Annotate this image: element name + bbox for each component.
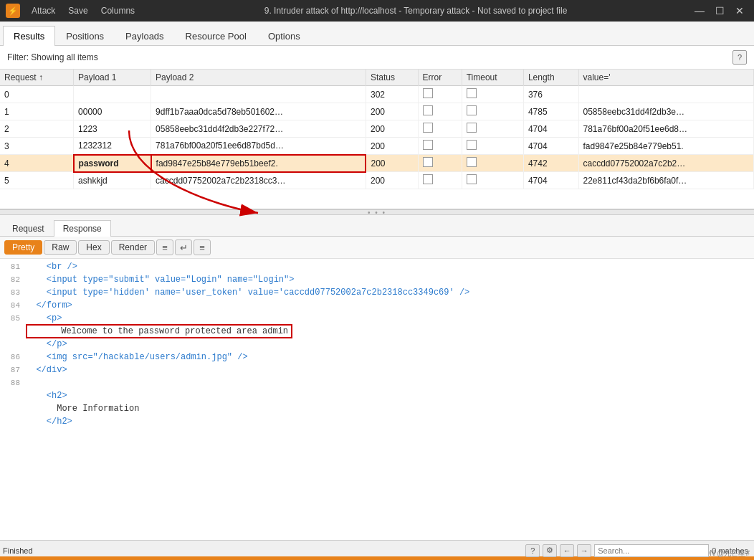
- view-tab-pretty[interactable]: Pretty: [4, 240, 42, 255]
- error-checkbox[interactable]: [423, 123, 433, 133]
- tab-results[interactable]: Results: [3, 26, 55, 46]
- app-logo: ⚡: [6, 4, 20, 18]
- col-length[interactable]: Length: [523, 70, 578, 86]
- help-button[interactable]: ?: [732, 50, 747, 65]
- tab-options[interactable]: Options: [257, 26, 311, 46]
- response-code-area[interactable]: 81 <br />82 <input type="submit" value="…: [0, 259, 754, 540]
- tab-resource-pool[interactable]: Resource Pool: [175, 26, 257, 46]
- results-table-container[interactable]: Request ↑ Payload 1 Payload 2 Status Err…: [0, 70, 754, 209]
- view-tab-raw[interactable]: Raw: [44, 240, 77, 255]
- code-line: 87 </div>: [0, 365, 754, 378]
- help-icon[interactable]: ?: [525, 544, 540, 557]
- window-controls: — ☐ ✕: [691, 4, 748, 18]
- minimize-button[interactable]: —: [691, 4, 708, 18]
- status-bar: Finished ? ⚙ ← → 0 matches CSDN @九芒星#: [0, 540, 754, 560]
- main-tab-bar: Results Positions Payloads Resource Pool…: [0, 22, 754, 46]
- filter-text: Filter: Showing all items: [7, 52, 98, 62]
- view-tab-bar: Pretty Raw Hex Render ≡ ↵ ≡: [0, 237, 754, 259]
- error-checkbox[interactable]: [423, 105, 433, 115]
- timeout-checkbox[interactable]: [467, 174, 477, 184]
- code-line: More Information: [0, 404, 754, 417]
- table-body: 03023761000009dff1b7aaa0dca5d78eb501602……: [0, 86, 754, 189]
- progress-bar: [0, 556, 754, 560]
- menu-attack[interactable]: Attack: [26, 4, 61, 17]
- table-row[interactable]: 5ashkkjdcaccdd07752002a7c2b2318cc3…20047…: [0, 172, 754, 189]
- table-row[interactable]: 4passwordfad9847e25b84e779eb51beef2.2004…: [0, 155, 754, 172]
- code-line: 84 </form>: [0, 300, 754, 313]
- status-finished-label: Finished: [0, 546, 33, 555]
- panel-splitter[interactable]: • • •: [0, 209, 754, 215]
- newline-icon[interactable]: ↵: [175, 239, 192, 255]
- view-tab-hex[interactable]: Hex: [78, 240, 109, 255]
- code-line: 88: [0, 378, 754, 391]
- panel-tab-bar: Request Response: [0, 215, 754, 237]
- forward-icon[interactable]: →: [577, 544, 591, 557]
- code-line: </p>: [0, 339, 754, 352]
- table-row[interactable]: 31232312781a76bf00a20f51ee6d87bd5d…20047…: [0, 138, 754, 155]
- code-line: 82 <input type="submit" value="Login" na…: [0, 275, 754, 288]
- table-header-row: Request ↑ Payload 1 Payload 2 Status Err…: [0, 70, 754, 86]
- col-error[interactable]: Error: [418, 70, 462, 86]
- col-value[interactable]: value=': [578, 70, 753, 86]
- col-timeout[interactable]: Timeout: [462, 70, 523, 86]
- error-checkbox[interactable]: [423, 157, 433, 167]
- error-checkbox[interactable]: [423, 88, 433, 98]
- table-row[interactable]: 1000009dff1b7aaa0dca5d78eb501602…2004785…: [0, 103, 754, 120]
- results-table: Request ↑ Payload 1 Payload 2 Status Err…: [0, 70, 754, 189]
- matches-count: 0 matches: [712, 546, 748, 555]
- code-line: </h2>: [0, 417, 754, 430]
- menu-columns[interactable]: Columns: [95, 4, 140, 17]
- error-checkbox[interactable]: [423, 140, 433, 150]
- error-checkbox[interactable]: [423, 174, 433, 184]
- word-wrap-icon[interactable]: ≡: [156, 239, 173, 255]
- code-line: 81 <br />: [0, 262, 754, 275]
- settings-icon[interactable]: ⚙: [543, 544, 557, 557]
- timeout-checkbox[interactable]: [467, 157, 477, 167]
- timeout-checkbox[interactable]: [467, 105, 477, 115]
- tab-payloads[interactable]: Payloads: [115, 26, 174, 46]
- bottom-panel: Request Response Pretty Raw Hex Render ≡…: [0, 215, 754, 540]
- timeout-checkbox[interactable]: [467, 123, 477, 133]
- tab-positions[interactable]: Positions: [55, 26, 115, 46]
- close-button[interactable]: ✕: [731, 4, 748, 18]
- table-row[interactable]: 0302376: [0, 86, 754, 103]
- timeout-checkbox[interactable]: [467, 140, 477, 150]
- col-payload1[interactable]: Payload 1: [74, 70, 151, 86]
- indent-icon[interactable]: ≡: [194, 239, 211, 255]
- table-row[interactable]: 2122305858eebc31dd4f2db3e227f72…20047047…: [0, 120, 754, 138]
- code-line: Welcome to the password protected area a…: [0, 326, 754, 339]
- titlebar: ⚡ Attack Save Columns 9. Intruder attack…: [0, 0, 754, 22]
- col-request[interactable]: Request ↑: [0, 70, 74, 86]
- window-title: 9. Intruder attack of http://localhost -…: [140, 6, 691, 16]
- code-line: 83 <input type='hidden' name='user_token…: [0, 288, 754, 300]
- view-tab-render[interactable]: Render: [111, 240, 155, 255]
- search-input[interactable]: [594, 544, 709, 557]
- code-line: <h2>: [0, 391, 754, 404]
- results-table-section: Request ↑ Payload 1 Payload 2 Status Err…: [0, 70, 754, 209]
- tab-request[interactable]: Request: [3, 220, 54, 237]
- back-icon[interactable]: ←: [560, 544, 574, 557]
- code-line: 86 <img src="/hackable/users/admin.jpg" …: [0, 352, 754, 365]
- menu-save[interactable]: Save: [62, 4, 93, 17]
- col-payload2[interactable]: Payload 2: [151, 70, 366, 86]
- filter-bar: Filter: Showing all items ?: [0, 46, 754, 70]
- tab-response[interactable]: Response: [54, 220, 111, 237]
- timeout-checkbox[interactable]: [467, 88, 477, 98]
- col-status[interactable]: Status: [366, 70, 418, 86]
- maximize-button[interactable]: ☐: [711, 4, 728, 18]
- menu-bar: Attack Save Columns: [26, 4, 140, 17]
